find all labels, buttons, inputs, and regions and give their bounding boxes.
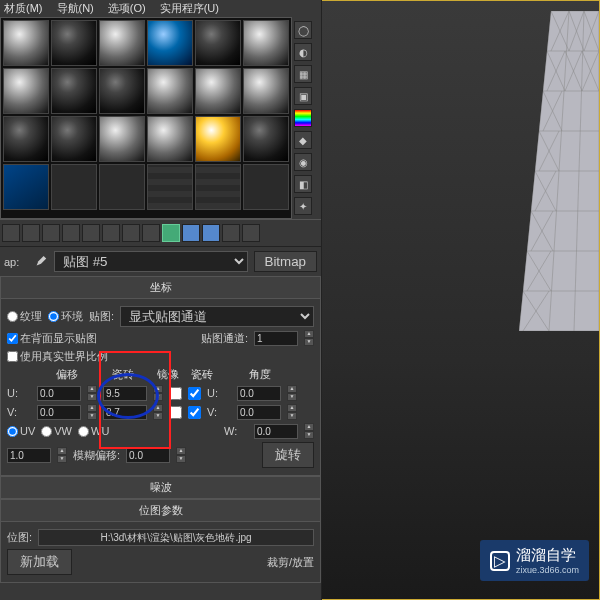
v-mirror-check[interactable] xyxy=(169,406,182,419)
get-material-icon[interactable] xyxy=(2,224,20,242)
radio-texture[interactable]: 纹理 xyxy=(7,309,42,324)
misc-icon[interactable] xyxy=(242,224,260,242)
assign-icon[interactable] xyxy=(42,224,60,242)
bitmap-path-field[interactable] xyxy=(38,529,314,546)
material-slot[interactable] xyxy=(147,116,193,162)
material-slot[interactable] xyxy=(195,116,241,162)
w-ang-label: W: xyxy=(224,425,248,437)
eyedropper-icon[interactable] xyxy=(34,255,48,269)
misc-icon[interactable]: ◧ xyxy=(294,175,312,193)
u-offset-spinner[interactable] xyxy=(37,386,81,401)
spinner-icon[interactable]: ▲▼ xyxy=(87,385,97,401)
material-slot[interactable] xyxy=(3,164,49,210)
v-tile-spinner[interactable] xyxy=(103,405,147,420)
material-slot[interactable] xyxy=(195,20,241,66)
material-slot[interactable] xyxy=(147,164,193,210)
go-parent-icon[interactable] xyxy=(202,224,220,242)
menu-options[interactable]: 选项(O) xyxy=(108,1,146,16)
material-slot[interactable] xyxy=(243,20,289,66)
blur-off-spinner[interactable] xyxy=(126,448,170,463)
material-slot[interactable] xyxy=(51,68,97,114)
material-slot[interactable] xyxy=(99,20,145,66)
u-tile-spinner[interactable] xyxy=(103,386,147,401)
rollup-bitmap[interactable]: 位图参数 xyxy=(0,499,321,522)
material-slot[interactable] xyxy=(243,116,289,162)
video-color-icon[interactable] xyxy=(294,109,312,127)
spinner-icon[interactable]: ▲▼ xyxy=(153,385,163,401)
material-slot[interactable] xyxy=(51,116,97,162)
menu-utilities[interactable]: 实用程序(U) xyxy=(160,1,219,16)
material-slot[interactable] xyxy=(51,164,97,210)
rollup-noise[interactable]: 噪波 xyxy=(0,476,321,499)
put-to-scene-icon[interactable] xyxy=(22,224,40,242)
spinner-icon[interactable]: ▲▼ xyxy=(287,404,297,420)
reload-button[interactable]: 新加载 xyxy=(7,549,72,575)
material-slot[interactable] xyxy=(147,68,193,114)
w-angle-spinner[interactable] xyxy=(254,424,298,439)
rollup-coords[interactable]: 坐标 xyxy=(0,276,321,299)
wireframe-mesh xyxy=(519,11,599,331)
material-slot[interactable] xyxy=(99,68,145,114)
material-slot[interactable] xyxy=(3,20,49,66)
misc-icon[interactable]: ✦ xyxy=(294,197,312,215)
sample-type-icon[interactable]: ◯ xyxy=(294,21,312,39)
path-label: 位图: xyxy=(7,530,32,545)
material-slot[interactable] xyxy=(3,68,49,114)
reset-icon[interactable] xyxy=(62,224,80,242)
u-mirror-check[interactable] xyxy=(169,387,182,400)
blur-spinner[interactable] xyxy=(7,448,51,463)
spinner-icon[interactable]: ▲▼ xyxy=(304,330,314,346)
u-ang-label: U: xyxy=(207,387,231,399)
spinner-icon[interactable]: ▲▼ xyxy=(304,423,314,439)
material-slot[interactable] xyxy=(195,164,241,210)
radio-vw[interactable]: VW xyxy=(41,425,72,437)
put-library-icon[interactable] xyxy=(122,224,140,242)
check-backface[interactable]: 在背面显示贴图 xyxy=(7,331,97,346)
material-slot[interactable] xyxy=(243,164,289,210)
menu-material[interactable]: 材质(M) xyxy=(4,1,43,16)
radio-uv[interactable]: UV xyxy=(7,425,35,437)
options-icon[interactable]: ◆ xyxy=(294,131,312,149)
material-slot[interactable] xyxy=(99,116,145,162)
map-mode-select[interactable]: 显式贴图通道 xyxy=(120,306,314,327)
v-angle-spinner[interactable] xyxy=(237,405,281,420)
copy-icon[interactable] xyxy=(82,224,100,242)
show-end-icon[interactable] xyxy=(182,224,200,242)
sample-uv-icon[interactable]: ▣ xyxy=(294,87,312,105)
spinner-icon[interactable]: ▲▼ xyxy=(153,404,163,420)
material-slot[interactable] xyxy=(51,20,97,66)
spinner-icon[interactable]: ▲▼ xyxy=(87,404,97,420)
map-type-button[interactable]: Bitmap xyxy=(254,251,317,272)
material-slot[interactable] xyxy=(195,68,241,114)
spinner-icon[interactable]: ▲▼ xyxy=(176,447,186,463)
material-slot[interactable] xyxy=(99,164,145,210)
spinner-icon[interactable]: ▲▼ xyxy=(57,447,67,463)
spinner-icon[interactable]: ▲▼ xyxy=(287,385,297,401)
watermark-title: 溜溜自学 xyxy=(516,546,579,565)
u-angle-spinner[interactable] xyxy=(237,386,281,401)
effects-icon[interactable] xyxy=(142,224,160,242)
map-name-select[interactable]: 贴图 #5 xyxy=(54,251,248,272)
material-slot[interactable] xyxy=(243,68,289,114)
material-slot[interactable] xyxy=(3,116,49,162)
go-sibling-icon[interactable] xyxy=(222,224,240,242)
background-icon[interactable]: ▦ xyxy=(294,65,312,83)
rotate-button[interactable]: 旋转 xyxy=(262,442,314,468)
watermark: ▷ 溜溜自学 zixue.3d66.com xyxy=(480,540,589,581)
u-tile-check[interactable] xyxy=(188,387,201,400)
radio-wu[interactable]: WU xyxy=(78,425,109,437)
v-tile-check[interactable] xyxy=(188,406,201,419)
menu-bar: 材质(M) 导航(N) 选项(O) 实用程序(U) xyxy=(0,0,321,17)
backlight-icon[interactable]: ◐ xyxy=(294,43,312,61)
v-offset-spinner[interactable] xyxy=(37,405,81,420)
channel-spinner[interactable] xyxy=(254,331,298,346)
menu-nav[interactable]: 导航(N) xyxy=(57,1,94,16)
check-realworld[interactable]: 使用真实世界比例 xyxy=(7,349,108,364)
radio-env[interactable]: 环境 xyxy=(48,309,83,324)
blur-off-label: 模糊偏移: xyxy=(73,448,120,463)
select-by-mat-icon[interactable]: ◉ xyxy=(294,153,312,171)
material-slot[interactable] xyxy=(147,20,193,66)
show-map-icon[interactable] xyxy=(162,224,180,242)
make-unique-icon[interactable] xyxy=(102,224,120,242)
viewport[interactable]: ▷ 溜溜自学 zixue.3d66.com xyxy=(322,0,600,600)
